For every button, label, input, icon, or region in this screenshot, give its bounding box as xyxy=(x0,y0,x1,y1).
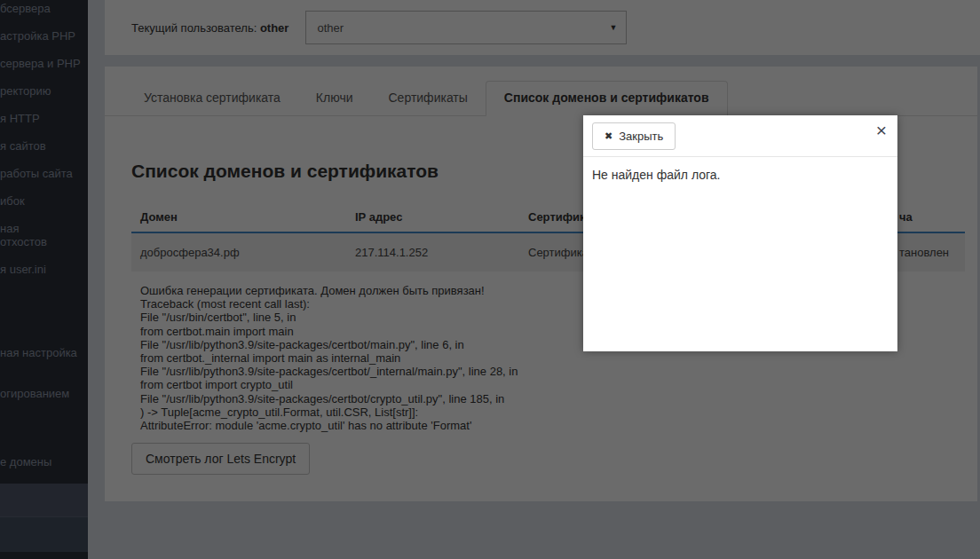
modal-body: Не найден файл лога. xyxy=(583,157,897,193)
modal-x-icon[interactable]: × xyxy=(876,121,887,139)
modal-header: ✖ Закрыть × xyxy=(583,115,897,157)
modal-close-button[interactable]: ✖ Закрыть xyxy=(592,122,676,150)
modal-close-button-label: Закрыть xyxy=(619,130,663,143)
log-modal: ✖ Закрыть × Не найден файл лога. xyxy=(583,115,897,351)
modal-message: Не найден файл лога. xyxy=(592,168,720,182)
close-icon: ✖ xyxy=(605,131,612,141)
